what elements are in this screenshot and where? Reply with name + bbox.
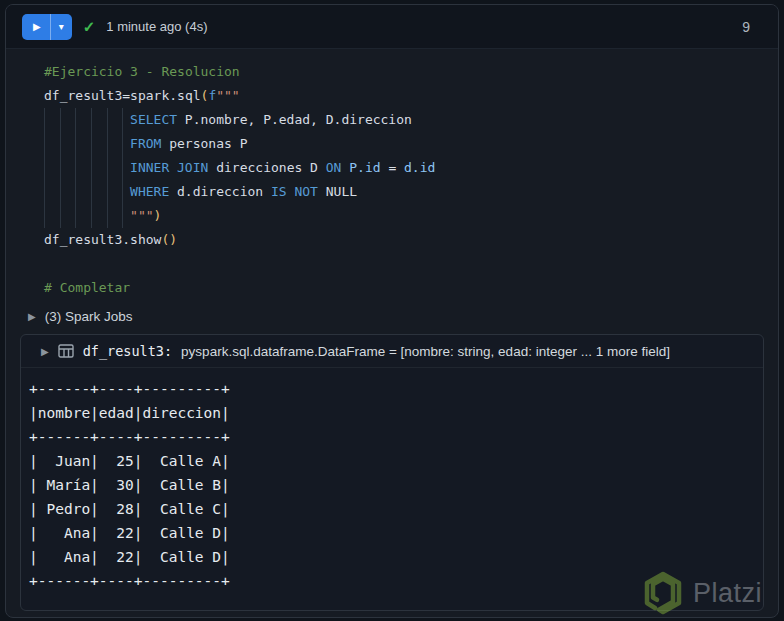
code-token: FROM bbox=[130, 136, 161, 151]
code-token: INNER JOIN bbox=[130, 160, 208, 175]
code-token: SELECT bbox=[130, 112, 177, 127]
chevron-down-icon[interactable]: ▾ bbox=[51, 14, 72, 40]
code-token: () bbox=[161, 232, 177, 247]
dataframe-table-icon bbox=[58, 344, 74, 358]
spark-jobs-row[interactable]: ▶ (3) Spark Jobs bbox=[6, 300, 778, 329]
code-line: # Completar bbox=[44, 276, 766, 300]
execution-status-text: 1 minute ago (4s) bbox=[106, 19, 207, 34]
ascii-table: +------+----+---------+|nombre|edad|dire… bbox=[21, 368, 763, 597]
code-line: df_result3.show() bbox=[44, 228, 766, 252]
code-editor[interactable]: #Ejercicio 3 - Resoluciondf_result3=spar… bbox=[6, 49, 778, 300]
indent-guides bbox=[44, 108, 130, 132]
code-line bbox=[44, 252, 766, 276]
code-token: P.nombre, P.edad, D.direccion bbox=[177, 112, 412, 127]
success-check-icon: ✓ bbox=[83, 18, 96, 36]
notebook-cell: ▶ ▾ ✓ 1 minute ago (4s) 9 #Ejercicio 3 -… bbox=[5, 4, 779, 618]
code-token: ON bbox=[326, 160, 342, 175]
indent-guides bbox=[44, 204, 130, 228]
code-token: d.direccion bbox=[169, 184, 271, 199]
code-line: INNER JOIN direcciones D ON P.id = d.id bbox=[44, 156, 766, 180]
code-token: df_result3=spark.sql bbox=[44, 88, 201, 103]
indent-guides bbox=[44, 132, 130, 156]
output-chevron-icon[interactable]: ▶ bbox=[41, 346, 49, 357]
code-line: #Ejercicio 3 - Resolucion bbox=[44, 60, 766, 84]
spark-jobs-label: (3) Spark Jobs bbox=[45, 309, 133, 324]
output-panel: ▶ df_result3: pyspark.sql.dataframe.Data… bbox=[20, 334, 764, 611]
code-token: """ bbox=[130, 208, 153, 223]
table-line: +------+----+---------+ bbox=[29, 425, 753, 449]
table-line: |nombre|edad|direccion| bbox=[29, 401, 753, 425]
code-line: """) bbox=[44, 204, 766, 228]
code-token: #Ejercicio 3 - Resolucion bbox=[44, 64, 240, 79]
table-line: +------+----+---------+ bbox=[29, 377, 753, 401]
code-token: NULL bbox=[318, 184, 357, 199]
cell-toolbar: ▶ ▾ ✓ 1 minute ago (4s) 9 bbox=[6, 5, 778, 49]
dataframe-variable-name: df_result3: bbox=[83, 343, 172, 359]
code-token: P.id bbox=[349, 160, 380, 175]
code-line: df_result3=spark.sql(f""" bbox=[44, 84, 766, 108]
play-icon[interactable]: ▶ bbox=[22, 14, 50, 40]
code-lines: #Ejercicio 3 - Resoluciondf_result3=spar… bbox=[44, 60, 766, 300]
code-line: WHERE d.direccion IS NOT NULL bbox=[44, 180, 766, 204]
spark-jobs-chevron-icon[interactable]: ▶ bbox=[28, 311, 36, 322]
table-line: | Pedro| 28| Calle C| bbox=[29, 497, 753, 521]
indent-guides bbox=[44, 180, 130, 204]
code-token: WHERE bbox=[130, 184, 169, 199]
table-line: +------+----+---------+ bbox=[29, 569, 753, 593]
execution-count: 9 bbox=[742, 19, 750, 35]
code-token: # Completar bbox=[44, 280, 130, 295]
code-token: """ bbox=[216, 88, 239, 103]
code-token: ) bbox=[154, 208, 162, 223]
run-button[interactable]: ▶ ▾ bbox=[22, 14, 72, 40]
code-line: SELECT P.nombre, P.edad, D.direccion bbox=[44, 108, 766, 132]
code-token: d.id bbox=[404, 160, 435, 175]
code-token: personas P bbox=[161, 136, 247, 151]
code-token: direcciones D bbox=[208, 160, 325, 175]
table-line: | Ana| 22| Calle D| bbox=[29, 521, 753, 545]
code-token: = bbox=[381, 160, 404, 175]
code-line: FROM personas P bbox=[44, 132, 766, 156]
dataframe-type-info: pyspark.sql.dataframe.DataFrame = [nombr… bbox=[181, 344, 670, 359]
code-token: IS NOT bbox=[271, 184, 318, 199]
output-header[interactable]: ▶ df_result3: pyspark.sql.dataframe.Data… bbox=[21, 335, 763, 368]
code-token: df_result3.show bbox=[44, 232, 161, 247]
table-line: | María| 30| Calle B| bbox=[29, 473, 753, 497]
indent-guides bbox=[44, 156, 130, 180]
table-line: | Juan| 25| Calle A| bbox=[29, 449, 753, 473]
table-line: | Ana| 22| Calle D| bbox=[29, 545, 753, 569]
